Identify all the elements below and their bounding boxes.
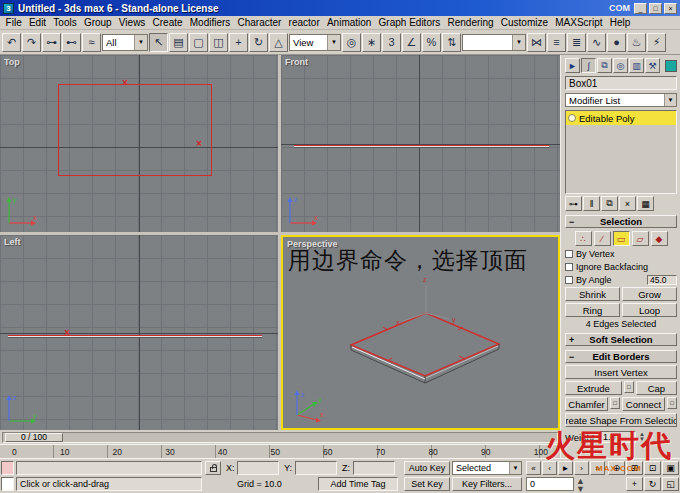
minimize-button[interactable]: _ [634, 3, 647, 14]
tab-modify[interactable]: ∫ [581, 58, 596, 73]
menu-item[interactable]: Group [80, 16, 115, 29]
menu-item[interactable]: Rendering [444, 16, 497, 29]
select-and-move-icon[interactable]: + [229, 33, 248, 52]
menu-item[interactable]: Character [234, 16, 285, 29]
checkbox[interactable] [565, 276, 573, 284]
menu-item[interactable]: Graph Editors [375, 16, 444, 29]
shrink-button[interactable]: Shrink [565, 287, 620, 301]
menu-item[interactable]: Animation [323, 16, 375, 29]
menu-item[interactable]: Modifiers [186, 16, 234, 29]
rollout-edit-borders[interactable]: − Edit Borders [565, 350, 677, 363]
render-scene-icon[interactable]: ♨ [627, 33, 646, 52]
lightbulb-icon[interactable] [568, 114, 576, 122]
remove-modifier-icon[interactable]: × [619, 196, 636, 211]
maximize-button[interactable]: □ [649, 3, 662, 14]
menu-item[interactable]: File [2, 16, 25, 29]
unlink-selection-icon[interactable]: ⊷ [62, 33, 81, 52]
tab-create[interactable]: ► [565, 58, 580, 73]
current-time-field[interactable]: 0 [526, 477, 574, 491]
extrude-button[interactable]: Extrude [565, 381, 622, 395]
spinner-arrows-icon[interactable]: ▲▼ [639, 432, 645, 443]
tab-display[interactable]: ▥ [629, 58, 644, 73]
tab-utilities[interactable]: ⚒ [645, 58, 660, 73]
layer-manager-icon[interactable]: ≣ [567, 33, 586, 52]
select-and-rotate-icon[interactable]: ↻ [249, 33, 268, 52]
modifier-list-dropdown[interactable]: Modifier List ▼ [565, 93, 677, 107]
bind-to-space-warp-icon[interactable]: ≈ [82, 33, 101, 52]
zoom-all-icon[interactable]: ⊞ [626, 461, 643, 475]
quick-render-icon[interactable]: ⚡ [647, 33, 666, 52]
rollout-soft-selection[interactable]: + Soft Selection [565, 333, 677, 346]
curve-editor-icon[interactable]: ∿ [587, 33, 606, 52]
show-end-result-icon[interactable]: ‖ [583, 196, 600, 211]
named-selection-sets-dropdown[interactable]: ▼ [462, 34, 526, 51]
y-coordinate-field[interactable] [295, 461, 337, 475]
tab-hierarchy[interactable]: ⧉ [597, 58, 612, 73]
spinner-snap-icon[interactable]: ⇅ [442, 33, 461, 52]
maxscript-mini-listener-white[interactable] [1, 477, 14, 491]
maxscript-mini-listener-pink[interactable] [1, 461, 14, 475]
menu-item[interactable]: Views [115, 16, 149, 29]
time-spinner-arrows-icon[interactable]: ▲▼ [576, 477, 585, 493]
redo-icon[interactable]: ↷ [22, 33, 41, 52]
zoom-region-icon[interactable]: ▣ [662, 461, 679, 475]
viewport-perspective[interactable]: Perspective 用边界命令，选择顶面 z x y x y [281, 235, 560, 430]
polygon-subobject-icon[interactable]: ▱ [632, 231, 649, 246]
select-and-scale-icon[interactable]: △ [269, 33, 288, 52]
zoom-icon[interactable]: ⊕ [608, 461, 625, 475]
connect-settings-icon[interactable]: □ [667, 397, 677, 409]
snap-toggle-icon[interactable]: 3 [382, 33, 401, 52]
min-max-toggle-icon[interactable]: ◱ [662, 477, 679, 491]
menu-item[interactable]: Edit [25, 16, 49, 29]
configure-modifier-sets-icon[interactable]: ▦ [637, 196, 654, 211]
menu-item[interactable]: Create [149, 16, 186, 29]
align-icon[interactable]: ≡ [547, 33, 566, 52]
selection-filter-dropdown[interactable]: All ▼ [102, 34, 148, 51]
object-name-field[interactable]: Box01 [565, 76, 677, 90]
insert-vertex-button[interactable]: Insert Vertex [565, 365, 677, 379]
viewport-front[interactable]: Front x z [281, 55, 560, 232]
grow-button[interactable]: Grow [622, 287, 677, 301]
set-key-button[interactable]: Set Key [404, 477, 450, 491]
select-object-icon[interactable]: ↖ [149, 33, 168, 52]
time-slider-track[interactable]: 0 / 100 [2, 432, 558, 443]
close-button[interactable]: × [664, 3, 677, 14]
reference-coordinate-dropdown[interactable]: View ▼ [289, 34, 341, 51]
angle-snap-icon[interactable]: ∠ [402, 33, 421, 52]
make-unique-icon[interactable]: ⧉ [601, 196, 618, 211]
viewport-left[interactable]: Left × y z [0, 235, 278, 430]
connect-button[interactable]: Connect [622, 397, 665, 411]
vertex-subobject-icon[interactable]: ∴ [575, 231, 592, 246]
arc-rotate-icon[interactable]: ↻ [644, 477, 661, 491]
next-frame-icon[interactable]: › [574, 461, 589, 475]
edge-subobject-icon[interactable]: ∕ [594, 231, 611, 246]
element-subobject-icon[interactable]: ◆ [651, 231, 668, 246]
angle-value-field[interactable]: 45.0 [647, 275, 677, 285]
menu-item[interactable]: MAXScript [552, 16, 606, 29]
tab-motion[interactable]: ◎ [613, 58, 628, 73]
checkbox[interactable] [565, 250, 573, 258]
viewport-top[interactable]: Top × × x y [0, 55, 278, 232]
select-and-link-icon[interactable]: ⊶ [42, 33, 61, 52]
ring-button[interactable]: Ring [565, 303, 620, 317]
go-to-start-icon[interactable]: « [526, 461, 541, 475]
select-by-name-icon[interactable]: ▤ [169, 33, 188, 52]
selection-lock-toggle[interactable] [205, 461, 221, 475]
menu-item[interactable]: reactor [285, 16, 323, 29]
go-to-end-icon[interactable]: » [590, 461, 605, 475]
create-shape-from-selection-button[interactable]: Create Shape From Selection [565, 413, 677, 427]
key-filters-button[interactable]: Key Filters... [452, 477, 522, 491]
mirror-icon[interactable]: ⋈ [527, 33, 546, 52]
viewport-front-label[interactable]: Front [285, 57, 308, 67]
checkbox[interactable] [565, 263, 573, 271]
previous-frame-icon[interactable]: ‹ [542, 461, 557, 475]
border-subobject-icon[interactable]: ▭ [613, 231, 630, 246]
add-time-tag[interactable]: Add Time Tag [318, 477, 398, 491]
pin-stack-icon[interactable]: ⊶ [565, 196, 582, 211]
auto-key-toggle[interactable]: Auto Key [404, 461, 450, 475]
undo-icon[interactable]: ↶ [2, 33, 21, 52]
time-slider-handle[interactable]: 0 / 100 [5, 433, 63, 442]
menu-item[interactable]: Help [606, 16, 634, 29]
use-pivot-center-icon[interactable]: ◎ [342, 33, 361, 52]
weight-value-field[interactable]: 1.0 [600, 431, 636, 443]
